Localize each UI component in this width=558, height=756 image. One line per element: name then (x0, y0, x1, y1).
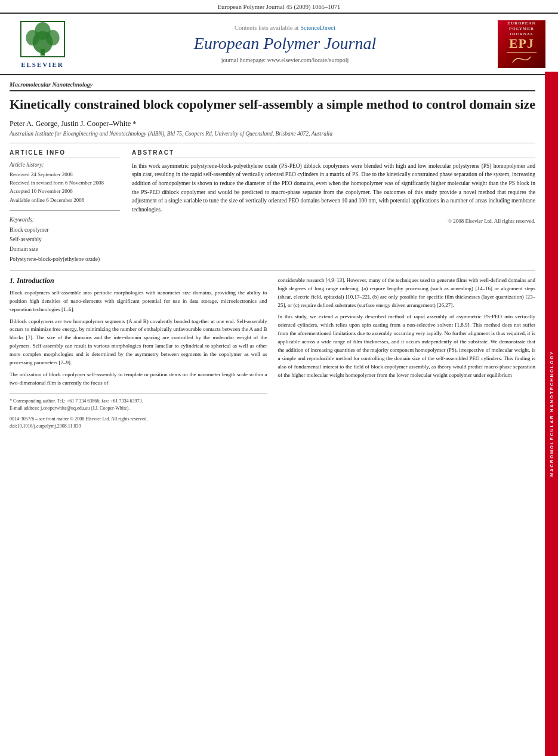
keyword-3: Domain size (10, 244, 120, 254)
sciencedirect-name[interactable]: ScienceDirect (300, 24, 335, 31)
footnote-doi: doi:10.1016/j.eurpolymj.2008.11.039 (10, 423, 267, 430)
keyword-2: Self-assembly (10, 235, 120, 244)
intro-title: 1. Introduction (10, 276, 267, 285)
journal-homepage: journal homepage: www.elsevier.com/locat… (221, 57, 349, 63)
badge-acronym: EPJ (509, 37, 534, 50)
footnote-area: * Corresponding author. Tel.: +61 7 334 … (10, 394, 267, 430)
page: European Polymer Journal 45 (2009) 1065–… (0, 0, 558, 756)
badge-european: EUROPEAN (507, 21, 535, 26)
date-received: Received 24 September 2008 Received in r… (10, 170, 120, 205)
authors: Peter A. George, Justin J. Cooper–White … (10, 119, 535, 128)
keyword-4: Polystyrene-block-poly(ethylene oxide) (10, 254, 120, 264)
side-label-area: MACROMOLECULAR NANOTECHNOLOGY (545, 72, 558, 756)
footnote-issn: 0014-3057/$ – see front matter © 2008 El… (10, 416, 267, 423)
body-left-col: 1. Introduction Block copolymers self-as… (10, 276, 267, 430)
abstract-col: ABSTRACT In this work asymmetric polysty… (132, 149, 535, 264)
svg-point-4 (35, 22, 50, 40)
elsevier-logo-area: ELSEVIER (10, 20, 75, 68)
right-p2: In this study, we extend a previously de… (278, 313, 536, 380)
article-info-header: ARTICLE INFO (10, 149, 120, 158)
body-right-col: considerable research [4,9–13]. However,… (278, 276, 536, 430)
abstract-text: In this work asymmetric polystyrene-bloc… (132, 162, 535, 214)
intro-p3: The utilization of block copolymer self-… (10, 371, 267, 388)
section-label: Macromolecular Nanotechnology (10, 81, 535, 88)
article-title: Kinetically constrained block copolymer … (10, 96, 535, 113)
footnote-corresponding: * Corresponding author. Tel.: +61 7 334 … (10, 398, 267, 405)
intro-p2: Diblock copolymers are two homopolymer s… (10, 318, 267, 368)
divider-1 (10, 143, 535, 143)
main-content: Macromolecular Nanotechnology Kineticall… (10, 75, 535, 442)
affiliation: Australian Institute for Bioengineering … (10, 131, 535, 137)
content-area: Macromolecular Nanotechnology Kineticall… (0, 75, 545, 442)
article-info-col: ARTICLE INFO Article history: Received 2… (10, 149, 120, 264)
svg-rect-6 (510, 54, 534, 65)
abstract-header: ABSTRACT (132, 149, 535, 158)
info-abstract-row: ARTICLE INFO Article history: Received 2… (10, 149, 535, 264)
side-label-text: MACROMOLECULAR NANOTECHNOLOGY (549, 351, 554, 477)
journal-badge: EUROPEAN POLYMER JOURNAL EPJ (498, 20, 545, 68)
keywords-label: Keywords: (10, 217, 120, 223)
intro-p1: Block copolymers self-assemble into peri… (10, 289, 267, 314)
journal-title-area: Contents lists available at ScienceDirec… (75, 20, 495, 68)
citation-text: European Polymer Journal 45 (2009) 1065–… (218, 4, 341, 10)
sciencedirect-link: Contents lists available at ScienceDirec… (235, 24, 335, 31)
copyright: © 2008 Elsevier Ltd. All rights reserved… (132, 218, 535, 224)
history-label: Article history: (10, 162, 120, 168)
right-p1: considerable research [4,9–13]. However,… (278, 276, 536, 310)
elsevier-tree-icon (20, 20, 65, 59)
journal-main-title: European Polymer Journal (194, 33, 376, 54)
journal-badge-area: EUROPEAN POLYMER JOURNAL EPJ (495, 20, 548, 68)
footnote-email: E-mail address: j.cooperwhite@uq.edu.au … (10, 405, 267, 412)
keywords-list: Block copolymer Self-assembly Domain siz… (10, 225, 120, 264)
keyword-1: Block copolymer (10, 225, 120, 235)
body-columns: 1. Introduction Block copolymers self-as… (10, 276, 535, 442)
journal-header: ELSEVIER Contents lists available at Sci… (0, 13, 558, 75)
badge-polymer: POLYMER (509, 26, 534, 32)
divider-2 (10, 210, 120, 211)
citation-bar: European Polymer Journal 45 (2009) 1065–… (0, 0, 558, 13)
divider-3 (10, 270, 535, 271)
elsevier-label: ELSEVIER (21, 61, 64, 68)
